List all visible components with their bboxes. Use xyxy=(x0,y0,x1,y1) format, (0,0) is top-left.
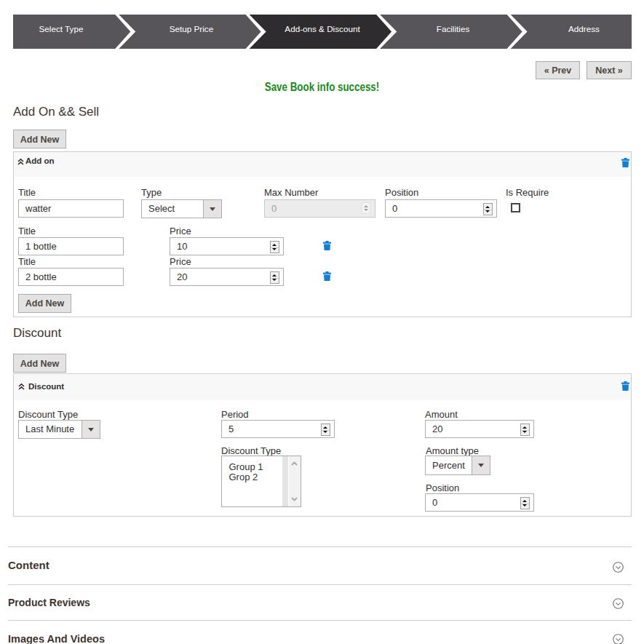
svg-text:Add-ons & Discount: Add-ons & Discount xyxy=(285,24,360,33)
svg-text:Facilities: Facilities xyxy=(437,24,470,33)
svg-text:Setup Price: Setup Price xyxy=(170,24,213,33)
svg-text:Select Type: Select Type xyxy=(39,24,84,33)
svg-text:Address: Address xyxy=(568,24,600,33)
